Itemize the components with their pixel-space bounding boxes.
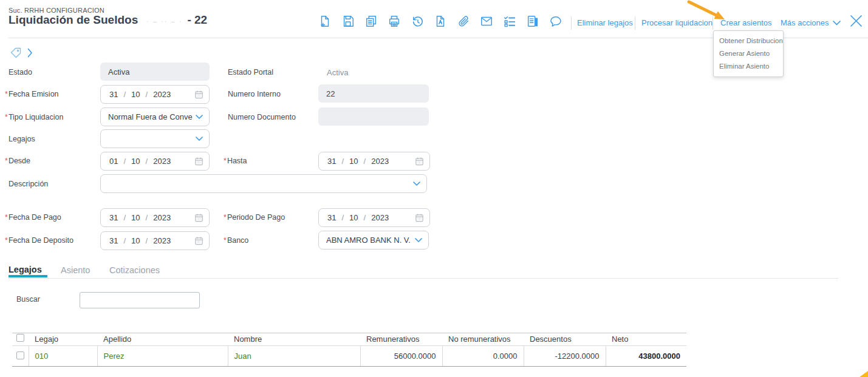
buscar-input[interactable] xyxy=(80,292,200,308)
crear-asientos-menu: Obtener Distribucion Generar Asiento Eli… xyxy=(713,30,784,77)
chevron-down-icon xyxy=(413,182,420,186)
cell-remunerativos: 56000.0000 xyxy=(360,346,442,367)
table-row[interactable]: 010 Perez Juan 56000.0000 0.0000 -12200.… xyxy=(12,346,686,367)
comment-icon[interactable] xyxy=(549,15,562,28)
close-icon[interactable] xyxy=(849,13,864,31)
year-segment[interactable]: 2023 xyxy=(153,213,171,222)
cell-legajo[interactable]: 010 xyxy=(29,346,97,367)
annotation-arrow xyxy=(685,0,729,24)
col-header-no-remunerativos[interactable]: No remunerativos xyxy=(442,333,524,346)
month-segment[interactable]: 10 xyxy=(349,213,358,222)
banco-select[interactable]: ABN AMRO BANK N. V. xyxy=(318,231,429,250)
col-header-nombre[interactable]: Nombre xyxy=(228,333,360,346)
date-separator: / xyxy=(146,213,148,222)
redacted-text: · – ·· – · xyxy=(146,18,182,25)
hasta-field[interactable]: 31/10/2023 xyxy=(318,152,430,171)
mas-acciones-button[interactable]: Más acciones xyxy=(781,18,841,27)
chevron-down-icon xyxy=(415,238,422,242)
calendar-icon[interactable] xyxy=(194,213,203,222)
tag-icon[interactable] xyxy=(10,47,22,59)
fecha-de-pago-field[interactable]: 31/10/2023 xyxy=(100,208,210,227)
year-segment[interactable]: 2023 xyxy=(371,213,389,222)
row-checkbox[interactable] xyxy=(16,352,24,359)
descripcion-select[interactable] xyxy=(100,174,427,193)
selected-value: Normal Fuera de Conve xyxy=(108,112,193,121)
date-separator: / xyxy=(146,236,148,245)
toolbar xyxy=(318,15,562,28)
periodo-de-pago-field[interactable]: 31/10/2023 xyxy=(318,208,430,227)
col-header-remunerativos[interactable]: Remunerativos xyxy=(360,333,442,346)
hasta-label: Hasta xyxy=(224,157,247,165)
month-segment[interactable]: 10 xyxy=(131,236,140,245)
estado-portal-value: Activa xyxy=(327,68,348,77)
month-segment[interactable]: 10 xyxy=(131,90,140,99)
numero-documento-label: Numero Documento xyxy=(228,113,296,121)
fecha-de-deposito-field[interactable]: 31/10/2023 xyxy=(100,231,210,250)
page-title-row: Liquidación de Sueldos · – ·· – · - 22 xyxy=(9,13,207,27)
day-segment[interactable]: 31 xyxy=(109,236,118,245)
save-icon[interactable] xyxy=(341,15,355,28)
checklist-icon[interactable] xyxy=(503,15,516,28)
calendar-icon[interactable] xyxy=(194,90,203,99)
tab-cotizaciones[interactable]: Cotizaciones xyxy=(109,265,160,275)
tab-legajos[interactable]: Legajos xyxy=(9,265,42,274)
tab-asiento[interactable]: Asiento xyxy=(61,265,90,275)
select-all-checkbox[interactable] xyxy=(16,334,24,342)
date-separator: / xyxy=(146,90,148,99)
day-segment[interactable]: 01 xyxy=(109,157,118,166)
year-segment[interactable]: 2023 xyxy=(153,236,171,245)
legajos-table: Legajo Apellido Nombre Remunerativos No … xyxy=(12,333,686,367)
cell-nombre[interactable]: Juan xyxy=(228,346,360,367)
descripcion-label: Descripción xyxy=(9,180,48,188)
buscar-label: Buscar xyxy=(16,295,40,304)
tag-row xyxy=(10,47,33,59)
fecha-de-deposito-label: Fecha De Deposito xyxy=(5,236,73,245)
menu-item-obtener-distribucion[interactable]: Obtener Distribucion xyxy=(714,35,783,47)
print-icon[interactable] xyxy=(388,15,401,28)
calendar-icon[interactable] xyxy=(415,157,424,166)
col-header-neto[interactable]: Neto xyxy=(606,333,686,346)
email-icon[interactable] xyxy=(480,15,493,28)
date-separator: / xyxy=(123,90,126,99)
col-header-descuentos[interactable]: Descuentos xyxy=(524,333,606,346)
day-segment[interactable]: 31 xyxy=(327,157,336,166)
chevron-right-icon[interactable] xyxy=(27,48,33,58)
calendar-icon[interactable] xyxy=(415,213,424,222)
day-segment[interactable]: 31 xyxy=(109,90,118,99)
day-segment[interactable]: 31 xyxy=(109,213,118,222)
active-tab-underline xyxy=(9,275,47,277)
date-separator: / xyxy=(364,213,366,222)
month-segment[interactable]: 10 xyxy=(131,157,140,166)
col-header-apellido[interactable]: Apellido xyxy=(97,333,228,346)
history-icon[interactable] xyxy=(411,15,424,28)
tipo-liquidacion-select[interactable]: Normal Fuera de Conve xyxy=(100,107,210,126)
copy-icon[interactable] xyxy=(364,15,378,28)
table-header-row: Legajo Apellido Nombre Remunerativos No … xyxy=(12,333,686,346)
fecha-emision-field[interactable]: 31/10/2023 xyxy=(100,85,210,104)
document-a-icon[interactable] xyxy=(434,15,447,28)
desde-field[interactable]: 01/10/2023 xyxy=(100,152,210,171)
attachment-icon[interactable] xyxy=(457,15,470,28)
report-icon[interactable] xyxy=(526,15,539,28)
menu-item-eliminar-asiento[interactable]: Eliminar Asiento xyxy=(714,60,783,73)
legajos-select[interactable] xyxy=(100,129,210,148)
selected-value: ABN AMRO BANK N. V. xyxy=(326,236,411,245)
year-segment[interactable]: 2023 xyxy=(153,90,171,99)
calendar-icon[interactable] xyxy=(194,236,203,245)
day-segment[interactable]: 31 xyxy=(327,213,336,222)
month-segment[interactable]: 10 xyxy=(131,213,140,222)
chevron-down-icon xyxy=(833,21,841,25)
year-segment[interactable]: 2023 xyxy=(371,157,389,166)
cell-descuentos: -12200.0000 xyxy=(524,346,606,367)
cell-apellido[interactable]: Perez xyxy=(97,346,228,367)
numero-interno-label: Numero Interno xyxy=(228,90,281,98)
eliminar-legajos-button[interactable]: Eliminar legajos xyxy=(577,18,633,27)
date-separator: / xyxy=(146,157,148,166)
col-header-legajo[interactable]: Legajo xyxy=(29,333,97,346)
new-document-icon[interactable] xyxy=(318,15,332,28)
date-separator: / xyxy=(123,157,126,166)
year-segment[interactable]: 2023 xyxy=(153,157,171,166)
menu-item-generar-asiento[interactable]: Generar Asiento xyxy=(714,47,783,60)
month-segment[interactable]: 10 xyxy=(349,157,358,166)
calendar-icon[interactable] xyxy=(194,157,203,166)
